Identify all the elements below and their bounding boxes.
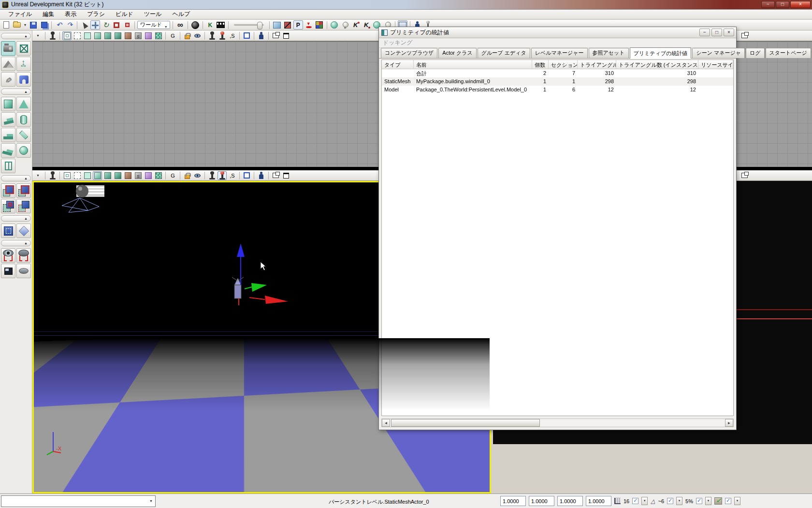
csg-deintersect-button[interactable] [16,199,31,213]
brush-wireframe-toggle-button[interactable] [242,171,251,180]
kismet-button[interactable]: K [205,20,215,30]
tab-actor-classes[interactable]: Actor クラス [438,48,477,58]
view-texture-density-button[interactable] [144,31,153,40]
stats-minimize-button[interactable] [699,29,710,36]
scale-field[interactable] [586,496,611,506]
rotation-snap-dropdown[interactable] [676,497,682,505]
viewport-perspective[interactable]: G ,S [32,170,491,493]
tab-primitive-stats[interactable]: プリミティブの統計値 [630,47,692,59]
col-triangles-per-instance[interactable]: トライアングル数 (インスタンス当たり) [616,60,698,69]
maximize-viewport-button[interactable] [48,31,57,40]
maximize-viewport-button[interactable] [48,171,57,180]
squint-mode-button[interactable]: ,S [228,31,237,40]
menu-docking[interactable]: ドッキング [383,39,412,47]
prefab-mode-button[interactable]: P [293,20,303,30]
toolbar-collapse-bar[interactable] [1,33,31,39]
game-view-button[interactable]: G [168,31,177,40]
view-wireframe-button[interactable] [62,31,72,40]
stairs-brush-button[interactable] [1,128,15,142]
resize-viewport-button[interactable] [281,171,290,180]
cone-brush-button[interactable] [16,97,31,111]
special-brush-button[interactable] [1,224,15,238]
show-flags-button[interactable] [193,171,202,180]
coordinate-system-select[interactable]: ワールド [137,21,170,29]
perspective-canvas[interactable]: -X [32,181,491,493]
save-button[interactable] [29,20,38,30]
menu-tools[interactable]: ツール [139,9,167,19]
view-lighting-only-button[interactable] [113,31,122,40]
toolbar-collapse-bar[interactable] [1,175,31,181]
translation-widget-button[interactable] [16,57,31,71]
show-selected-button[interactable] [1,248,15,263]
col-sections[interactable]: セクション数 [549,60,578,69]
view-brush-wireframe-button[interactable] [72,31,82,40]
save-all-button[interactable] [39,20,49,30]
table-row[interactable]: 合計 2 7 310 310 [382,69,733,77]
lock-viewport-button[interactable] [183,171,192,180]
menu-help[interactable]: ヘルプ [167,9,195,19]
drag-grid-z-field[interactable] [557,496,583,506]
spiral-stairs-brush-button[interactable] [1,143,15,158]
brush-wireframe-toggle-button[interactable] [242,31,251,40]
float-viewport-button[interactable] [271,171,280,180]
lock-viewport-button[interactable] [183,31,192,40]
player-view-button[interactable] [257,31,266,40]
col-type[interactable]: タイプ [382,60,414,69]
open-file-dropdown[interactable] [23,20,28,30]
grid-snap-dropdown[interactable] [641,497,648,505]
stats-maximize-button[interactable] [711,29,722,36]
build-status-checkbox[interactable] [725,498,731,504]
menu-view[interactable]: 表示 [59,9,82,19]
search-button[interactable] [175,20,185,30]
no-texture-mode-button[interactable] [283,20,292,30]
view-wireframe-button[interactable] [62,171,72,180]
view-lighting-only-button[interactable] [113,171,122,180]
geometry-mode-button[interactable] [16,41,31,56]
view-brush-wireframe-button[interactable] [72,171,82,180]
far-plane-slider[interactable] [234,24,264,26]
drop-actor-button[interactable] [304,20,314,30]
squint-mode-button[interactable]: ,S [228,171,237,180]
menu-build[interactable]: ビルド [110,9,139,19]
player-view-button[interactable] [257,171,266,180]
scroll-right-button[interactable] [725,419,733,427]
float-viewport-button[interactable] [271,31,280,40]
sheet-brush-button[interactable] [16,128,31,142]
view-lit-button[interactable] [93,171,102,180]
show-flags-button[interactable] [193,31,202,40]
static-mesh-mode-button[interactable] [16,72,31,87]
scale-nonuniform-tool-button[interactable] [122,20,132,30]
view-shader-complexity-button[interactable] [133,171,143,180]
tab-scene-manager[interactable]: シーン マネージャ [692,48,745,58]
realtime-button[interactable] [218,171,227,180]
table-row[interactable]: Model Package_0.TheWorld:PersistentLevel… [382,86,733,94]
csg-intersect-button[interactable] [1,199,15,213]
menu-file[interactable]: ファイル [3,9,37,19]
float-viewport-button[interactable] [740,171,749,180]
tab-start-page[interactable]: スタートページ [766,48,811,58]
camera-mode-button[interactable] [1,41,15,56]
tab-log[interactable]: ログ [746,48,765,58]
menu-brush[interactable]: ブラシ [82,9,110,19]
play-level-button[interactable] [190,20,200,30]
matinee-button[interactable] [216,20,226,30]
translate-tool-button[interactable] [90,20,100,30]
tab-content-browser[interactable]: コンテンツブラウザ [381,48,437,58]
game-view-button[interactable]: G [168,171,177,180]
col-count[interactable]: 個数 [532,60,549,69]
col-triangles[interactable]: トライアングル数 [578,60,616,69]
float-viewport-button[interactable] [740,31,749,40]
show-all-button[interactable] [1,264,15,278]
build-lighting-button[interactable] [340,20,350,30]
csg-subtract-button[interactable] [16,183,31,198]
mesh-paint-mode-button[interactable] [1,72,15,87]
stats-close-button[interactable] [724,29,734,36]
view-texture-density-button[interactable] [144,171,153,180]
tab-level-manager[interactable]: レベルマネージャー [531,48,588,58]
content-browser-button[interactable] [272,20,282,30]
drag-grid-x-field[interactable] [500,496,526,506]
view-light-complexity-button[interactable] [123,31,132,40]
build-status-dropdown[interactable] [734,497,740,505]
texture-palette-button[interactable] [315,20,324,30]
csg-add-button[interactable] [1,183,15,198]
